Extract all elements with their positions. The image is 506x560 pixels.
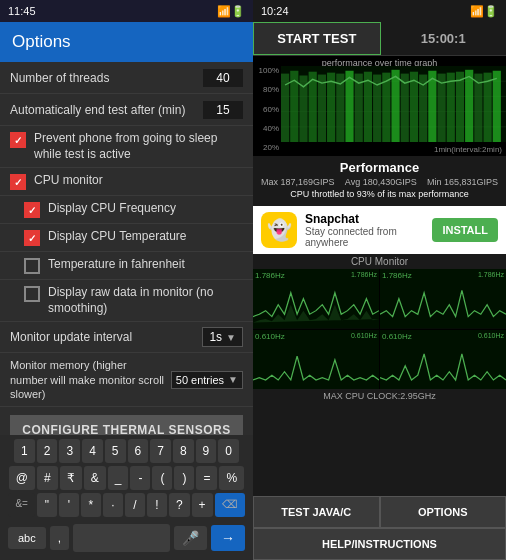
cpu-cell-4-freq: 0.610Hz — [478, 332, 504, 339]
time-left: 11:45 — [8, 5, 36, 17]
perf-avg: Avg 180,430GIPS — [345, 177, 417, 187]
svg-rect-26 — [474, 74, 482, 142]
key-lparen[interactable]: ( — [152, 466, 172, 490]
cpu-cell-1: 1.786Hz 1.786Hz — [253, 269, 379, 329]
start-test-button[interactable]: START TEST — [253, 22, 381, 55]
key-underscore[interactable]: _ — [108, 466, 129, 490]
cpu-monitor-row[interactable]: ✓ CPU monitor — [0, 168, 253, 196]
status-bar-left: 11:45 📶🔋 — [0, 0, 253, 22]
help-instructions-button[interactable]: HELP/INSTRUCTIONS — [253, 528, 506, 560]
key-minus[interactable]: - — [130, 466, 150, 490]
memory-row: Monitor memory (higher number will make … — [0, 353, 253, 407]
display-freq-checkbox[interactable]: ✓ — [24, 202, 40, 218]
key-rparen[interactable]: ) — [174, 466, 194, 490]
nav-row-1: TEST JAVA/C OPTIONS — [253, 496, 506, 528]
display-temp-checkbox[interactable]: ✓ — [24, 230, 40, 246]
checkmark2: ✓ — [14, 177, 22, 188]
key-quote[interactable]: " — [37, 493, 57, 517]
options-button[interactable]: OPTIONS — [380, 496, 507, 528]
key-amp[interactable]: & — [84, 466, 106, 490]
key-at[interactable]: @ — [9, 466, 35, 490]
cpu-cell-3-freq: 0.610Hz — [351, 332, 377, 339]
ad-install-button[interactable]: INSTALL — [432, 218, 498, 242]
performance-graph: performance over time graph 100% 80% 60%… — [253, 56, 506, 156]
cpu-cell-4: 0.610Hz 0.610Hz — [380, 330, 506, 390]
cpu-grid: 1.786Hz 1.786Hz 1.786Hz 1.786Hz 0.610Hz … — [253, 269, 506, 389]
key-7[interactable]: 7 — [150, 439, 171, 463]
key-quest[interactable]: ? — [169, 493, 190, 517]
prevent-sleep-row[interactable]: ✓ Prevent phone from going to sleep whil… — [0, 126, 253, 168]
threads-input[interactable] — [203, 69, 243, 87]
mic-icon[interactable]: 🎤 — [174, 526, 207, 550]
key-0[interactable]: 0 — [218, 439, 239, 463]
cpu-cell-1-label: 1.786Hz — [255, 271, 285, 280]
cpu-cell-3-label: 0.610Hz — [255, 332, 285, 341]
ad-subtitle: Stay connected from anywhere — [305, 226, 424, 248]
svg-rect-28 — [493, 71, 501, 142]
key-6[interactable]: 6 — [128, 439, 149, 463]
display-freq-row[interactable]: ✓ Display CPU Frequency — [0, 196, 253, 224]
key-5[interactable]: 5 — [105, 439, 126, 463]
key-apos[interactable]: ' — [59, 493, 79, 517]
fahrenheit-checkbox[interactable] — [24, 258, 40, 274]
max-clock-label: MAX CPU CLOCK:2.95GHz — [253, 389, 506, 403]
y-label-20: 20% — [255, 143, 279, 152]
threads-row: Number of threads — [0, 62, 253, 94]
fahrenheit-row[interactable]: Temperature in fahrenheit — [0, 252, 253, 280]
configure-thermal-btn[interactable]: CONFIGURE THERMAL SENSORS — [10, 415, 243, 435]
y-label-80: 80% — [255, 85, 279, 94]
timer-display: 15:00:1 — [381, 22, 507, 55]
test-java-button[interactable]: TEST JAVA/C — [253, 496, 380, 528]
end-test-input[interactable] — [203, 101, 243, 119]
graph-canvas — [281, 66, 506, 142]
key-comma[interactable]: , — [50, 526, 69, 550]
cpu-monitor-checkbox[interactable]: ✓ — [10, 174, 26, 190]
key-rupee[interactable]: ₹ — [60, 466, 82, 490]
title-text: Options — [12, 32, 71, 52]
key-backspace[interactable]: ⌫ — [215, 493, 245, 517]
prevent-sleep-checkbox[interactable]: ✓ — [10, 132, 26, 148]
y-label-60: 60% — [255, 105, 279, 114]
key-abc[interactable]: abc — [8, 527, 46, 549]
memory-select[interactable]: 50 entries ▼ — [171, 371, 243, 389]
key-star[interactable]: * — [81, 493, 101, 517]
raw-data-label: Display raw data in monitor (no smoothin… — [48, 285, 243, 316]
bottom-nav: TEST JAVA/C OPTIONS HELP/INSTRUCTIONS — [253, 496, 506, 560]
key-space[interactable] — [73, 524, 170, 552]
svg-rect-12 — [345, 71, 353, 142]
interval-label: Monitor update interval — [10, 330, 132, 344]
key-plus[interactable]: + — [192, 493, 213, 517]
key-excl[interactable]: ! — [147, 493, 167, 517]
key-2[interactable]: 2 — [37, 439, 58, 463]
svg-rect-25 — [465, 70, 473, 142]
raw-data-checkbox[interactable] — [24, 286, 40, 302]
key-hash[interactable]: # — [37, 466, 58, 490]
y-label-100: 100% — [255, 66, 279, 75]
key-special-mode[interactable]: &= — [8, 493, 35, 517]
keyboard: 1 2 3 4 5 6 7 8 9 0 @ # ₹ & _ - ( ) = % … — [0, 435, 253, 560]
svg-rect-24 — [456, 72, 464, 142]
interval-row: Monitor update interval 1s ▼ — [0, 322, 253, 353]
key-enter[interactable]: → — [211, 525, 245, 551]
key-equals[interactable]: = — [196, 466, 217, 490]
graph-y-labels: 100% 80% 60% 40% 20% — [253, 56, 281, 156]
svg-rect-17 — [391, 70, 399, 142]
display-temp-row[interactable]: ✓ Display CPU Temperature — [0, 224, 253, 252]
key-9[interactable]: 9 — [196, 439, 217, 463]
dropdown-arrow2-icon: ▼ — [228, 374, 238, 385]
keyboard-bottom-row: abc , 🎤 → — [2, 520, 251, 556]
key-slash[interactable]: / — [125, 493, 145, 517]
key-3[interactable]: 3 — [59, 439, 80, 463]
key-8[interactable]: 8 — [173, 439, 194, 463]
performance-graph-svg — [281, 66, 506, 142]
cpu-cell-2: 1.786Hz 1.786Hz — [380, 269, 506, 329]
key-4[interactable]: 4 — [82, 439, 103, 463]
options-content: Number of threads Automatically end test… — [0, 62, 253, 435]
interval-select[interactable]: 1s ▼ — [202, 327, 243, 347]
time-right: 10:24 — [261, 5, 289, 17]
fahrenheit-label: Temperature in fahrenheit — [48, 257, 185, 273]
key-dot[interactable]: · — [103, 493, 123, 517]
raw-data-row[interactable]: Display raw data in monitor (no smoothin… — [0, 280, 253, 322]
key-percent[interactable]: % — [219, 466, 244, 490]
key-1[interactable]: 1 — [14, 439, 35, 463]
